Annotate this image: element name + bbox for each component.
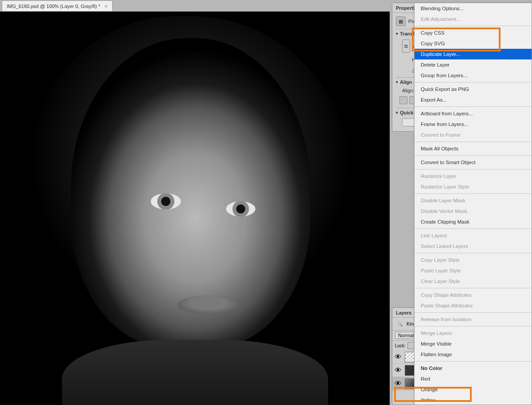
lock-label: Lock: (395, 343, 406, 348)
menu-item: Disable Layer Mask (415, 195, 532, 206)
menu-item: Merge Layers (415, 328, 532, 338)
menu-item[interactable]: Delete Layer (415, 59, 532, 70)
menu-item[interactable]: Convert to Smart Object (415, 157, 532, 168)
document-tab-title: IMG_6160.psd @ 100% (Layer 0, Gray/8) * (7, 4, 100, 9)
pixel-layer-icon: ▦ (396, 16, 406, 26)
menu-item[interactable]: Group from Layers... (415, 70, 532, 81)
menu-item[interactable]: Export As... (415, 94, 532, 105)
menu-separator (415, 253, 532, 253)
visibility-icon[interactable]: 👁 (394, 366, 402, 374)
menu-item: Edit Adjustment... (415, 14, 532, 24)
menu-item: Disable Vector Mask (415, 206, 532, 216)
menu-item: Release from Isolation (415, 314, 532, 325)
link-dimensions-icon[interactable]: ⧉ (402, 39, 410, 53)
chevron-down-icon: ▾ (396, 110, 398, 115)
menu-item[interactable]: Yellow (415, 395, 532, 405)
lock-transparency-icon[interactable] (407, 342, 415, 349)
align-label: Align: (402, 88, 415, 93)
menu-item[interactable]: No Color (415, 363, 532, 374)
menu-item: Convert to Frame (415, 130, 532, 140)
menu-item: Clear Layer Style (415, 276, 532, 287)
menu-item: Copy Shape Attributes (415, 290, 532, 300)
menu-item[interactable]: Quick Export as PNG (415, 84, 532, 94)
visibility-icon[interactable]: 👁 (394, 353, 402, 361)
menu-item: Rasterize Layer (415, 171, 532, 181)
menu-separator (415, 326, 532, 326)
layer-context-menu: Blending Options...Edit Adjustment...Cop… (414, 3, 532, 405)
menu-item[interactable]: Orange (415, 384, 532, 395)
menu-separator (415, 193, 532, 194)
menu-item[interactable]: Frame from Layers... (415, 119, 532, 130)
menu-item: Paste Layer Style (415, 265, 532, 276)
menu-separator (415, 26, 532, 26)
menu-item[interactable]: Red (415, 374, 532, 384)
document-tab[interactable]: IMG_6160.psd @ 100% (Layer 0, Gray/8) * … (2, 0, 113, 11)
menu-item: Paste Shape Attributes (415, 300, 532, 311)
menu-separator (415, 169, 532, 169)
canvas[interactable] (0, 12, 390, 405)
menu-item[interactable]: Mask All Objects (415, 143, 532, 154)
menu-separator (415, 106, 532, 107)
menu-separator (415, 155, 532, 156)
menu-item[interactable]: Flatten Image (415, 349, 532, 360)
document-image (0, 12, 390, 405)
menu-separator (415, 361, 532, 362)
menu-separator (415, 142, 532, 142)
align-left-icon[interactable] (399, 96, 407, 104)
search-icon[interactable]: 🔍 (395, 320, 405, 328)
menu-item[interactable]: Duplicate Layer... (415, 49, 532, 59)
close-icon[interactable]: × (105, 4, 107, 9)
menu-item[interactable]: Blending Options... (415, 3, 532, 14)
menu-item: Link Layers (415, 230, 532, 241)
menu-separator (415, 288, 532, 288)
menu-item[interactable]: Artboard from Layers... (415, 108, 532, 119)
menu-item: Rasterize Layer Style (415, 181, 532, 192)
menu-item[interactable]: Copy CSS (415, 28, 532, 38)
menu-item: Copy Layer Style (415, 255, 532, 265)
menu-item: Select Linked Layers (415, 241, 532, 252)
menu-separator (415, 228, 532, 229)
menu-item[interactable]: Create Clipping Mask (415, 216, 532, 227)
menu-separator (415, 312, 532, 313)
visibility-icon[interactable]: 👁 (394, 380, 402, 388)
menu-separator (415, 82, 532, 83)
chevron-down-icon: ▾ (396, 80, 398, 84)
menu-item[interactable]: Merge Visible (415, 338, 532, 349)
chevron-down-icon: ▾ (396, 31, 398, 36)
menu-item[interactable]: Copy SVG (415, 38, 532, 49)
